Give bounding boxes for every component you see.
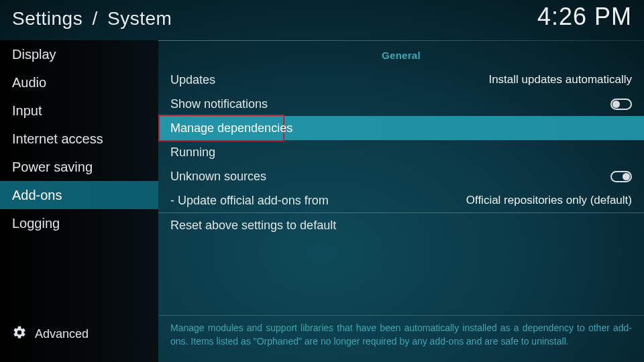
row-value: Install updates automatically [488, 73, 632, 86]
sidebar-item-label: Power saving [12, 160, 93, 175]
breadcrumb: Settings / System [12, 8, 172, 29]
sidebar-item-internet[interactable]: Internet access [0, 125, 158, 153]
breadcrumb-root: Settings [12, 8, 83, 29]
section-heading: General [158, 40, 644, 61]
row-show-notifications[interactable]: Show notifications [158, 92, 644, 116]
sidebar-item-label: Add-ons [12, 188, 62, 203]
row-unknown-sources[interactable]: Unknown sources [158, 164, 644, 188]
sidebar-item-label: Input [12, 103, 42, 119]
settings-sidebar: Display Audio Input Internet access Powe… [0, 40, 158, 362]
settings-rows: Updates Install updates automatically Sh… [158, 68, 644, 237]
row-label: Running [170, 145, 215, 160]
breadcrumb-sep: / [92, 8, 97, 29]
sidebar-item-logging[interactable]: Logging [0, 209, 158, 237]
toggle-knob [623, 173, 630, 180]
toggle-knob [612, 101, 620, 108]
sidebar-item-display[interactable]: Display [0, 40, 158, 68]
gear-icon [12, 325, 27, 343]
row-updates[interactable]: Updates Install updates automatically [158, 68, 644, 92]
row-label: Unknown sources [170, 170, 266, 184]
sidebar-item-addons[interactable]: Add-ons [0, 181, 158, 209]
sidebar-item-audio[interactable]: Audio [0, 68, 158, 97]
row-value: Official repositories only (default) [466, 194, 632, 207]
row-manage-dependencies[interactable]: Manage dependencies [158, 116, 644, 140]
breadcrumb-section: System [107, 8, 172, 29]
row-update-official-addons-from[interactable]: Update official add-ons from Official re… [158, 188, 644, 213]
settings-level-label: Advanced [35, 327, 89, 341]
settings-panel: General Updates Install updates automati… [158, 40, 644, 315]
sidebar-item-input[interactable]: Input [0, 97, 158, 125]
row-label: Updates [170, 73, 215, 87]
row-label: Show notifications [170, 97, 268, 111]
sidebar-item-power[interactable]: Power saving [0, 153, 158, 181]
row-label: Manage dependencies [170, 121, 292, 135]
row-running[interactable]: Running [158, 140, 644, 164]
row-label: Reset above settings to default [170, 219, 336, 233]
sidebar-item-label: Display [12, 47, 56, 62]
sidebar-item-label: Logging [12, 216, 60, 231]
toggle-unknown-sources[interactable] [610, 171, 632, 182]
setting-description: Manage modules and support libraries tha… [158, 315, 644, 362]
sidebar-item-label: Internet access [12, 131, 103, 147]
row-label: Update official add-ons from [170, 194, 329, 208]
sidebar-item-label: Audio [12, 75, 46, 90]
settings-level-button[interactable]: Advanced [0, 325, 89, 343]
row-reset-defaults[interactable]: Reset above settings to default [158, 213, 644, 237]
clock: 4:26 PM [537, 3, 632, 31]
toggle-show-notifications[interactable] [610, 99, 632, 110]
